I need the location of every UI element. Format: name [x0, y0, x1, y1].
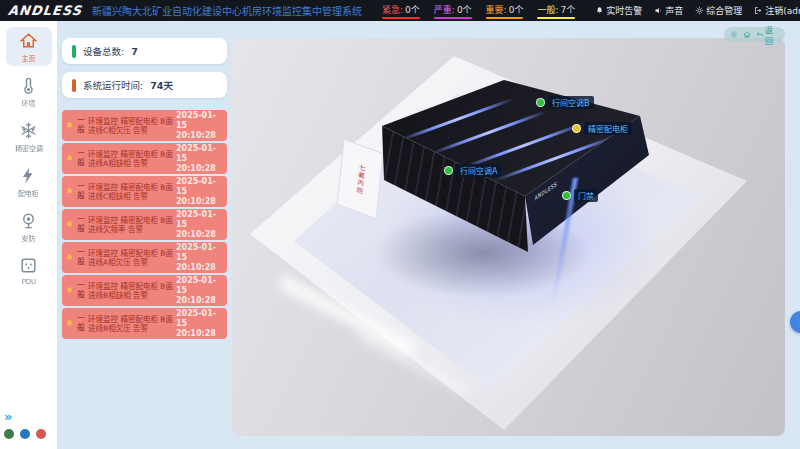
alarm-level: 一般 — [76, 150, 86, 167]
sidebar-item-label: 环境 — [22, 97, 36, 107]
sidebar-item-environment[interactable]: 环境 — [6, 72, 52, 111]
room-3d-viewport[interactable]: 七氟丙烷 ANDLESS 行间空调B — [232, 38, 785, 436]
severity-label: 紧急: — [382, 3, 403, 16]
alarm-bell-icon — [65, 253, 74, 262]
alarm-row[interactable]: 一般 环境监控 精密配电柜 B面进线B相缺相 告警 2025-01-1520:1… — [62, 275, 227, 306]
snowflake-icon — [19, 121, 38, 140]
alarm-bell-icon — [65, 286, 74, 295]
status-dot-green[interactable] — [4, 429, 14, 439]
alarm-bell-icon — [65, 121, 74, 130]
device-status-dot — [444, 166, 453, 175]
fire-suppression-cabinet[interactable]: 七氟丙烷 — [337, 139, 384, 220]
sidebar-item-precision-ac[interactable]: 精密空调 — [6, 117, 52, 156]
bell-icon — [595, 6, 604, 15]
uptime-card: 系统运行时间: 74天 — [62, 72, 227, 98]
severity-major[interactable]: 严重:0个 — [434, 3, 472, 19]
alarm-date: 2025-01-15 — [176, 111, 224, 131]
severity-label: 严重: — [434, 3, 455, 16]
device-name: 行间空调B — [548, 96, 594, 109]
status-dot-red[interactable] — [36, 429, 46, 439]
alarm-text: 环境监控 精密配电柜 B面进线A相欠压 告警 — [88, 249, 174, 267]
severity-label: 重要: — [486, 3, 507, 16]
alarm-text: 环境监控 精密配电柜 B面进线C相缺相 告警 — [88, 183, 174, 201]
device-label-door-access[interactable]: 门禁 — [562, 189, 598, 202]
severity-underline — [434, 17, 472, 19]
sidebar-item-label: 安防 — [22, 232, 36, 242]
undo-arrow-icon — [756, 30, 764, 39]
alarm-date: 2025-01-15 — [176, 243, 224, 263]
alarm-row[interactable]: 一般 环境监控 精密配电柜 B面进线A相欠压 告警 2025-01-1520:1… — [62, 242, 227, 273]
severity-count: 0个 — [457, 3, 472, 16]
main-content: 设备总数: 7 系统运行时间: 74天 一般 环境监控 精密配电柜 B面进线C相… — [57, 21, 800, 449]
device-status-dot — [536, 98, 545, 107]
alarm-bell-icon — [65, 154, 74, 163]
app-window: ANDLESS 新疆兴陶大北矿业自动化建设中心机房环境监控集中管理系统 紧急:0… — [0, 0, 800, 449]
fire-cabinet-label: 七氟丙烷 — [353, 162, 366, 196]
home-icon — [19, 31, 38, 50]
alarm-row[interactable]: 一般 环境监控 精密配电柜 B面进线A相缺相 告警 2025-01-1520:1… — [62, 143, 227, 174]
sidebar-item-security[interactable]: 安防 — [6, 207, 52, 246]
home-icon[interactable] — [743, 30, 751, 39]
logout-button[interactable]: 注销(admin) — [754, 4, 800, 17]
sidebar-item-home[interactable]: 主页 — [6, 27, 52, 66]
realtime-alarm-button[interactable]: 实时告警 — [595, 4, 642, 17]
logout-icon — [754, 6, 763, 15]
alarm-row[interactable]: 一般 环境监控 精密配电柜 B面进线C相缺相 告警 2025-01-1520:1… — [62, 176, 227, 207]
alarm-date: 2025-01-15 — [176, 144, 224, 164]
severity-underline — [382, 17, 420, 19]
alarm-date: 2025-01-15 — [176, 276, 224, 296]
status-dot-blue[interactable] — [20, 429, 30, 439]
collapse-panel-button[interactable]: ‹ — [790, 311, 800, 333]
realtime-alarm-label: 实时告警 — [606, 4, 642, 17]
device-total-card: 设备总数: 7 — [62, 38, 227, 64]
sidebar-item-power-cabinet[interactable]: 配电柜 — [6, 162, 52, 201]
severity-summary: 紧急:0个 严重:0个 重要:0个 一般:7个 — [382, 3, 575, 19]
management-button[interactable]: 综合管理 — [695, 4, 742, 17]
expand-sidebar-button[interactable]: » — [4, 410, 46, 423]
alarm-row[interactable]: 一般 环境监控 精密配电柜 B面进线B相欠压 告警 2025-01-1520:1… — [62, 308, 227, 339]
alarm-date: 2025-01-15 — [176, 177, 224, 197]
device-label-aircon-b[interactable]: 行间空调B — [536, 96, 594, 109]
alarm-text: 环境监控 精密配电柜 B面进线C相欠压 告警 — [88, 117, 174, 135]
alarm-text: 环境监控 精密配电柜 B面进线A相缺相 告警 — [88, 150, 174, 168]
severity-count: 0个 — [405, 3, 420, 16]
sound-button[interactable]: 声音 — [654, 4, 683, 17]
header-actions: 实时告警 声音 综合管理 注销(admin) — [595, 4, 800, 17]
aisle-glow — [431, 110, 547, 155]
socket-icon — [19, 256, 38, 275]
severity-count: 7个 — [560, 3, 575, 16]
severity-underline — [537, 17, 575, 19]
stat-accent-bar — [72, 45, 76, 58]
sidebar-item-label: 主页 — [22, 52, 36, 62]
device-label-aircon-a[interactable]: 行间空调A — [444, 164, 501, 177]
severity-general[interactable]: 一般:7个 — [537, 3, 575, 19]
alarm-text: 环境监控 精密配电柜 B面进线B相缺相 告警 — [88, 282, 174, 300]
aisle-glow — [463, 122, 584, 169]
room-3d-scene[interactable]: 七氟丙烷 ANDLESS 行间空调B — [232, 38, 785, 436]
top-header: ANDLESS 新疆兴陶大北矿业自动化建设中心机房环境监控集中管理系统 紧急:0… — [0, 0, 800, 21]
device-name: 精密配电柜 — [584, 122, 632, 135]
sidebar-item-label: 精密空调 — [15, 142, 43, 152]
alarm-bell-icon — [65, 220, 74, 229]
stat-accent-bar — [72, 79, 76, 92]
severity-important[interactable]: 重要:0个 — [486, 3, 524, 19]
alarm-time: 20:10:28 — [176, 164, 224, 174]
gear-icon[interactable] — [730, 30, 738, 39]
device-name: 行间空调A — [456, 164, 501, 177]
scene-return-button[interactable]: 返回 — [756, 24, 779, 46]
alarm-time: 20:10:28 — [176, 197, 224, 207]
device-label-power-cabinet[interactable]: 精密配电柜 — [572, 122, 632, 135]
severity-critical[interactable]: 紧急:0个 — [382, 3, 420, 19]
camera-icon — [19, 211, 38, 230]
severity-underline — [486, 17, 524, 19]
alarm-time: 20:10:28 — [176, 230, 224, 240]
management-label: 综合管理 — [706, 4, 742, 17]
alarm-level: 一般 — [76, 282, 86, 299]
alarm-row[interactable]: 一般 环境监控 精密配电柜 B面进线欠频率 告警 2025-01-1520:10… — [62, 209, 227, 240]
sidebar-item-pdu[interactable]: PDU — [6, 252, 52, 289]
alarm-row[interactable]: 一般 环境监控 精密配电柜 B面进线C相欠压 告警 2025-01-1520:1… — [62, 110, 227, 141]
alarm-time: 20:10:28 — [176, 296, 224, 306]
logout-label: 注销(admin) — [765, 4, 800, 17]
alarm-level: 一般 — [76, 117, 86, 134]
sidebar-nav: 主页 环境 精密空调 配电柜 安防 PDU » — [0, 21, 57, 449]
